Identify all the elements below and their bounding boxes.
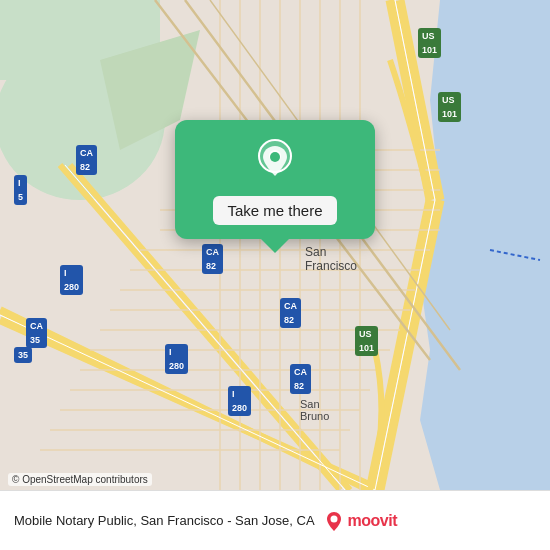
shield-us101-bot: US101: [355, 326, 378, 356]
svg-point-47: [270, 152, 280, 162]
shield-ca82-right: CA82: [280, 298, 301, 328]
bottom-bar: Mobile Notary Public, San Francisco - Sa…: [0, 490, 550, 550]
san-francisco-label: SanFrancisco: [305, 245, 357, 273]
app-title: Mobile Notary Public, San Francisco - Sa…: [14, 513, 315, 528]
svg-line-40: [375, 200, 435, 490]
shield-ca82-left: CA82: [76, 145, 97, 175]
shield-ca35: CA35: [26, 318, 47, 348]
osm-attribution: © OpenStreetMap contributors: [8, 473, 152, 486]
svg-point-48: [330, 515, 337, 522]
shield-i280-bot2: I280: [228, 386, 251, 416]
shield-ca35-bot: 35: [14, 347, 32, 363]
shield-us101-top: US101: [418, 28, 441, 58]
moovit-text: moovit: [348, 512, 397, 530]
shield-ca82-bot2: CA82: [290, 364, 311, 394]
shield-us101-mid: US101: [438, 92, 461, 122]
take-me-there-button[interactable]: Take me there: [213, 196, 336, 225]
location-pin-icon: [253, 138, 297, 182]
shield-i280-bot: I280: [165, 344, 188, 374]
shield-ca82-mid: CA82: [202, 244, 223, 274]
san-bruno-label: SanBruno: [300, 398, 329, 422]
map-container: US101 US101 CA82 CA82 CA82 I280 I280 I28…: [0, 0, 550, 490]
shield-i280-left: I280: [60, 265, 83, 295]
moovit-icon: [323, 510, 345, 532]
svg-marker-1: [420, 0, 550, 490]
moovit-logo: moovit: [323, 510, 397, 532]
shield-i5: I5: [14, 175, 27, 205]
popup-card: Take me there: [175, 120, 375, 239]
